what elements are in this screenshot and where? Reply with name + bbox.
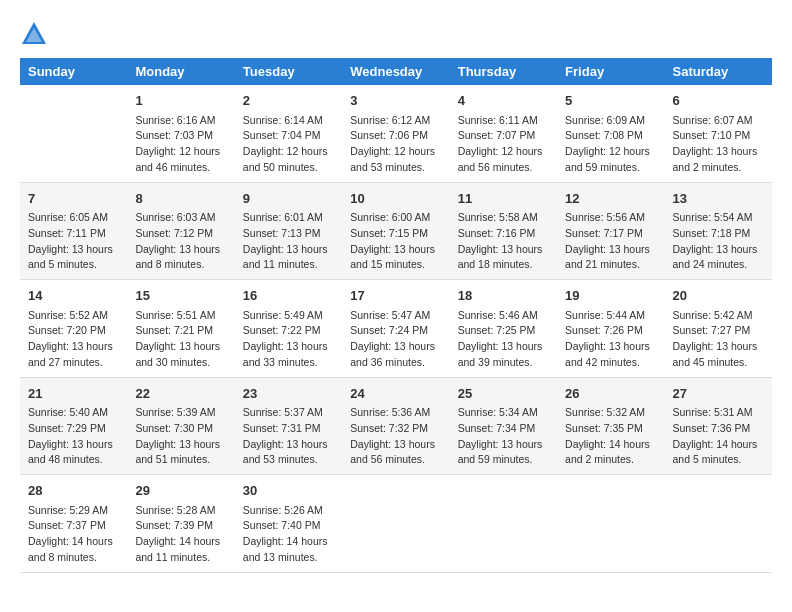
calendar-cell: 8Sunrise: 6:03 AMSunset: 7:12 PMDaylight…	[127, 182, 234, 280]
calendar-cell: 5Sunrise: 6:09 AMSunset: 7:08 PMDaylight…	[557, 85, 664, 182]
calendar-cell: 1Sunrise: 6:16 AMSunset: 7:03 PMDaylight…	[127, 85, 234, 182]
calendar-cell: 22Sunrise: 5:39 AMSunset: 7:30 PMDayligh…	[127, 377, 234, 475]
calendar-cell: 9Sunrise: 6:01 AMSunset: 7:13 PMDaylight…	[235, 182, 342, 280]
day-info: Sunrise: 5:52 AMSunset: 7:20 PMDaylight:…	[28, 308, 119, 371]
day-number: 5	[565, 91, 656, 111]
calendar-cell: 7Sunrise: 6:05 AMSunset: 7:11 PMDaylight…	[20, 182, 127, 280]
day-info: Sunrise: 5:56 AMSunset: 7:17 PMDaylight:…	[565, 210, 656, 273]
day-info: Sunrise: 5:34 AMSunset: 7:34 PMDaylight:…	[458, 405, 549, 468]
day-number: 19	[565, 286, 656, 306]
calendar-cell: 11Sunrise: 5:58 AMSunset: 7:16 PMDayligh…	[450, 182, 557, 280]
calendar-cell: 28Sunrise: 5:29 AMSunset: 7:37 PMDayligh…	[20, 475, 127, 573]
day-info: Sunrise: 6:11 AMSunset: 7:07 PMDaylight:…	[458, 113, 549, 176]
day-info: Sunrise: 5:44 AMSunset: 7:26 PMDaylight:…	[565, 308, 656, 371]
day-info: Sunrise: 5:29 AMSunset: 7:37 PMDaylight:…	[28, 503, 119, 566]
calendar-cell: 29Sunrise: 5:28 AMSunset: 7:39 PMDayligh…	[127, 475, 234, 573]
day-info: Sunrise: 5:49 AMSunset: 7:22 PMDaylight:…	[243, 308, 334, 371]
day-number: 2	[243, 91, 334, 111]
day-info: Sunrise: 5:31 AMSunset: 7:36 PMDaylight:…	[673, 405, 764, 468]
col-header-sunday: Sunday	[20, 58, 127, 85]
logo-icon	[20, 20, 48, 48]
day-number: 27	[673, 384, 764, 404]
calendar-cell	[665, 475, 772, 573]
day-number: 30	[243, 481, 334, 501]
day-number: 13	[673, 189, 764, 209]
calendar-cell	[342, 475, 449, 573]
day-number: 18	[458, 286, 549, 306]
day-number: 7	[28, 189, 119, 209]
day-info: Sunrise: 5:54 AMSunset: 7:18 PMDaylight:…	[673, 210, 764, 273]
calendar-cell: 16Sunrise: 5:49 AMSunset: 7:22 PMDayligh…	[235, 280, 342, 378]
day-info: Sunrise: 5:58 AMSunset: 7:16 PMDaylight:…	[458, 210, 549, 273]
calendar-cell: 15Sunrise: 5:51 AMSunset: 7:21 PMDayligh…	[127, 280, 234, 378]
day-info: Sunrise: 5:51 AMSunset: 7:21 PMDaylight:…	[135, 308, 226, 371]
col-header-tuesday: Tuesday	[235, 58, 342, 85]
day-info: Sunrise: 6:14 AMSunset: 7:04 PMDaylight:…	[243, 113, 334, 176]
col-header-friday: Friday	[557, 58, 664, 85]
col-header-thursday: Thursday	[450, 58, 557, 85]
calendar-cell: 27Sunrise: 5:31 AMSunset: 7:36 PMDayligh…	[665, 377, 772, 475]
day-info: Sunrise: 5:32 AMSunset: 7:35 PMDaylight:…	[565, 405, 656, 468]
day-number: 28	[28, 481, 119, 501]
day-info: Sunrise: 5:46 AMSunset: 7:25 PMDaylight:…	[458, 308, 549, 371]
calendar-cell: 18Sunrise: 5:46 AMSunset: 7:25 PMDayligh…	[450, 280, 557, 378]
day-number: 8	[135, 189, 226, 209]
calendar-table: SundayMondayTuesdayWednesdayThursdayFrid…	[20, 58, 772, 573]
day-number: 9	[243, 189, 334, 209]
day-number: 23	[243, 384, 334, 404]
day-number: 17	[350, 286, 441, 306]
day-info: Sunrise: 5:39 AMSunset: 7:30 PMDaylight:…	[135, 405, 226, 468]
calendar-cell: 3Sunrise: 6:12 AMSunset: 7:06 PMDaylight…	[342, 85, 449, 182]
day-info: Sunrise: 6:05 AMSunset: 7:11 PMDaylight:…	[28, 210, 119, 273]
calendar-cell: 10Sunrise: 6:00 AMSunset: 7:15 PMDayligh…	[342, 182, 449, 280]
week-row-4: 21Sunrise: 5:40 AMSunset: 7:29 PMDayligh…	[20, 377, 772, 475]
day-number: 20	[673, 286, 764, 306]
day-info: Sunrise: 5:36 AMSunset: 7:32 PMDaylight:…	[350, 405, 441, 468]
calendar-cell: 2Sunrise: 6:14 AMSunset: 7:04 PMDaylight…	[235, 85, 342, 182]
calendar-cell	[20, 85, 127, 182]
calendar-cell: 14Sunrise: 5:52 AMSunset: 7:20 PMDayligh…	[20, 280, 127, 378]
day-info: Sunrise: 6:12 AMSunset: 7:06 PMDaylight:…	[350, 113, 441, 176]
day-number: 6	[673, 91, 764, 111]
day-number: 4	[458, 91, 549, 111]
day-info: Sunrise: 5:26 AMSunset: 7:40 PMDaylight:…	[243, 503, 334, 566]
day-info: Sunrise: 5:37 AMSunset: 7:31 PMDaylight:…	[243, 405, 334, 468]
col-header-wednesday: Wednesday	[342, 58, 449, 85]
calendar-cell: 26Sunrise: 5:32 AMSunset: 7:35 PMDayligh…	[557, 377, 664, 475]
day-number: 21	[28, 384, 119, 404]
day-info: Sunrise: 6:07 AMSunset: 7:10 PMDaylight:…	[673, 113, 764, 176]
day-info: Sunrise: 5:47 AMSunset: 7:24 PMDaylight:…	[350, 308, 441, 371]
day-info: Sunrise: 5:28 AMSunset: 7:39 PMDaylight:…	[135, 503, 226, 566]
day-number: 26	[565, 384, 656, 404]
calendar-cell: 20Sunrise: 5:42 AMSunset: 7:27 PMDayligh…	[665, 280, 772, 378]
calendar-cell: 21Sunrise: 5:40 AMSunset: 7:29 PMDayligh…	[20, 377, 127, 475]
day-info: Sunrise: 5:42 AMSunset: 7:27 PMDaylight:…	[673, 308, 764, 371]
calendar-cell: 25Sunrise: 5:34 AMSunset: 7:34 PMDayligh…	[450, 377, 557, 475]
day-info: Sunrise: 6:09 AMSunset: 7:08 PMDaylight:…	[565, 113, 656, 176]
day-number: 24	[350, 384, 441, 404]
page-header	[20, 20, 772, 48]
day-info: Sunrise: 5:40 AMSunset: 7:29 PMDaylight:…	[28, 405, 119, 468]
calendar-cell	[557, 475, 664, 573]
day-info: Sunrise: 6:16 AMSunset: 7:03 PMDaylight:…	[135, 113, 226, 176]
col-header-monday: Monday	[127, 58, 234, 85]
calendar-cell: 23Sunrise: 5:37 AMSunset: 7:31 PMDayligh…	[235, 377, 342, 475]
calendar-cell: 6Sunrise: 6:07 AMSunset: 7:10 PMDaylight…	[665, 85, 772, 182]
week-row-5: 28Sunrise: 5:29 AMSunset: 7:37 PMDayligh…	[20, 475, 772, 573]
day-number: 25	[458, 384, 549, 404]
day-number: 14	[28, 286, 119, 306]
calendar-cell: 24Sunrise: 5:36 AMSunset: 7:32 PMDayligh…	[342, 377, 449, 475]
day-number: 3	[350, 91, 441, 111]
day-number: 10	[350, 189, 441, 209]
day-number: 11	[458, 189, 549, 209]
day-number: 16	[243, 286, 334, 306]
col-header-saturday: Saturday	[665, 58, 772, 85]
calendar-cell: 4Sunrise: 6:11 AMSunset: 7:07 PMDaylight…	[450, 85, 557, 182]
logo	[20, 20, 52, 48]
week-row-2: 7Sunrise: 6:05 AMSunset: 7:11 PMDaylight…	[20, 182, 772, 280]
day-info: Sunrise: 6:03 AMSunset: 7:12 PMDaylight:…	[135, 210, 226, 273]
day-number: 12	[565, 189, 656, 209]
header-row: SundayMondayTuesdayWednesdayThursdayFrid…	[20, 58, 772, 85]
day-number: 15	[135, 286, 226, 306]
day-info: Sunrise: 6:00 AMSunset: 7:15 PMDaylight:…	[350, 210, 441, 273]
